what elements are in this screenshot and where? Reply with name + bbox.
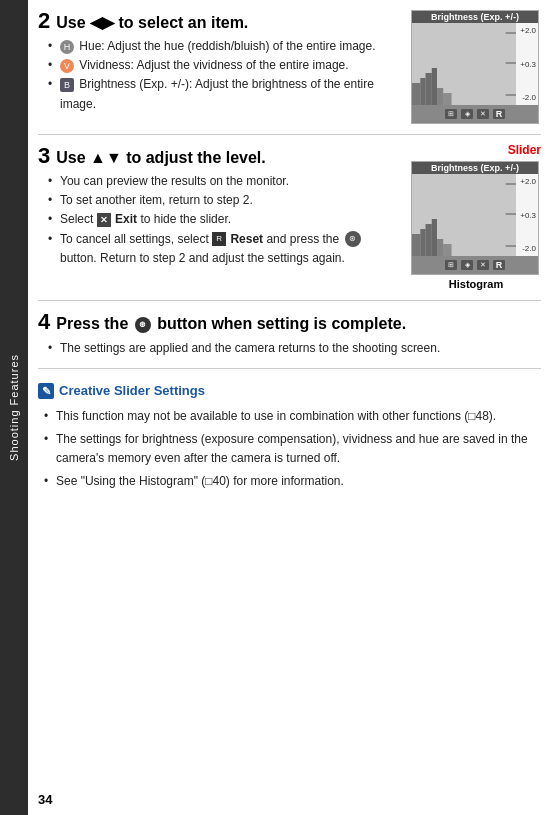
bullet-4-1: The settings are applied and the camera … bbox=[48, 339, 541, 358]
main-content: 2 Use ◀▶ to select an item. H Hue: Adjus… bbox=[28, 0, 555, 815]
note-bullet-2-text: The settings for brightness (exposure co… bbox=[56, 432, 528, 465]
section-2: 2 Use ◀▶ to select an item. H Hue: Adjus… bbox=[38, 10, 541, 135]
svg-rect-3 bbox=[426, 73, 432, 105]
chart-footer-icon-2: ◈ bbox=[461, 109, 473, 119]
chart-2-scale: +2.0 +0.3 -2.0 bbox=[516, 23, 538, 105]
section-3-chart-wrapper: Brightness (Exp. +/-) bbox=[411, 161, 541, 290]
chart3-footer-icon-4: R bbox=[493, 260, 505, 270]
bullet-3-4-text: To cancel all settings, select R Reset a… bbox=[60, 232, 363, 265]
scale-3-top: +2.0 bbox=[518, 177, 536, 186]
note-bullets: This function may not be available to us… bbox=[38, 407, 541, 492]
scale-2-bot: -2.0 bbox=[518, 93, 536, 102]
note-icon: ✎ bbox=[38, 383, 54, 399]
chart-3-svg bbox=[412, 174, 516, 256]
svg-rect-12 bbox=[420, 229, 425, 256]
note-section: ✎ Creative Slider Settings This function… bbox=[38, 381, 541, 491]
svg-rect-5 bbox=[437, 88, 443, 105]
bullet-3-1-text: You can preview the results on the monit… bbox=[60, 174, 289, 188]
note-title: Creative Slider Settings bbox=[59, 381, 205, 401]
bullet-3-2-text: To set another item, return to step 2. bbox=[60, 193, 253, 207]
note-header: ✎ Creative Slider Settings bbox=[38, 381, 541, 401]
svg-rect-4 bbox=[432, 68, 437, 105]
note-bullet-1: This function may not be available to us… bbox=[44, 407, 541, 426]
svg-rect-1 bbox=[412, 83, 420, 105]
step-4-number: 4 bbox=[38, 311, 50, 333]
reset-icon: R bbox=[212, 232, 226, 246]
page-number: 34 bbox=[38, 792, 52, 807]
reset-bold: Reset bbox=[230, 232, 263, 246]
svg-rect-14 bbox=[432, 219, 437, 256]
step-3-heading: 3 Use ▲▼ to adjust the level. bbox=[38, 145, 401, 167]
step-2-number: 2 bbox=[38, 10, 50, 32]
step-2-bullets: H Hue: Adjust the hue (reddish/bluish) o… bbox=[38, 37, 401, 114]
bullet-3-2: To set another item, return to step 2. bbox=[48, 191, 401, 210]
chart-footer-icon-3: ✕ bbox=[477, 109, 489, 119]
step-3-bullets: You can preview the results on the monit… bbox=[38, 172, 401, 268]
bullet-brightness-text: Brightness (Exp. +/-): Adjust the bright… bbox=[60, 77, 374, 110]
chart3-footer-icon-1: ⊞ bbox=[445, 260, 457, 270]
chart-footer-icon-4: R bbox=[493, 109, 505, 119]
bullet-4-1-text: The settings are applied and the camera … bbox=[60, 341, 440, 355]
chart-3-title: Brightness (Exp. +/-) bbox=[412, 162, 538, 174]
chart3-footer-icon-3: ✕ bbox=[477, 260, 489, 270]
scale-2-top: +2.0 bbox=[518, 26, 536, 35]
step-4-heading: 4 Press the ⊛ button when setting is com… bbox=[38, 311, 541, 333]
chart-2-graph bbox=[412, 23, 516, 105]
section-4: 4 Press the ⊛ button when setting is com… bbox=[38, 311, 541, 369]
note-bullet-3: See "Using the Histogram" (□40) for more… bbox=[44, 472, 541, 491]
scale-3-mid: +0.3 bbox=[518, 211, 536, 220]
chart-footer-icon-1: ⊞ bbox=[445, 109, 457, 119]
section-2-chart: Brightness (Exp. +/-) bbox=[411, 10, 539, 124]
step-3-title: Use ▲▼ to adjust the level. bbox=[56, 149, 266, 167]
note-bullet-3-text: See "Using the Histogram" (□40) for more… bbox=[56, 474, 344, 488]
chart-2-title: Brightness (Exp. +/-) bbox=[412, 11, 538, 23]
scale-3-bot: -2.0 bbox=[518, 244, 536, 253]
bullet-vividness: V Vividness: Adjust the vividness of the… bbox=[48, 56, 401, 75]
svg-rect-6 bbox=[443, 93, 451, 105]
scale-2-mid: +0.3 bbox=[518, 60, 536, 69]
bullet-3-1: You can preview the results on the monit… bbox=[48, 172, 401, 191]
section-3-left: 3 Use ▲▼ to adjust the level. You can pr… bbox=[38, 145, 411, 268]
chart-3-graph bbox=[412, 174, 516, 256]
hue-icon: H bbox=[60, 40, 74, 54]
chart-3-body: +2.0 +0.3 -2.0 bbox=[412, 174, 538, 256]
slider-label: Slider bbox=[508, 143, 541, 157]
bullet-3-3-text: Select ✕ Exit to hide the slider. bbox=[60, 212, 231, 226]
histogram-label: Histogram bbox=[411, 278, 541, 290]
note-bullet-1-text: This function may not be available to us… bbox=[56, 409, 496, 423]
exit-bold: Exit bbox=[115, 212, 137, 226]
svg-rect-2 bbox=[420, 78, 425, 105]
step-3-arrow: ▲▼ bbox=[90, 149, 122, 166]
chart-2-histogram-svg bbox=[412, 23, 516, 105]
svg-rect-16 bbox=[443, 244, 451, 256]
bullet-brightness: B Brightness (Exp. +/-): Adjust the brig… bbox=[48, 75, 401, 113]
sidebar-label: Shooting Features bbox=[8, 354, 20, 461]
brightness-icon: B bbox=[60, 78, 74, 92]
sidebar: Shooting Features bbox=[0, 0, 28, 815]
svg-rect-13 bbox=[426, 224, 432, 256]
step-2-heading: 2 Use ◀▶ to select an item. bbox=[38, 10, 401, 32]
section-3-chart: Brightness (Exp. +/-) bbox=[411, 161, 539, 275]
chart-3-scale: +2.0 +0.3 -2.0 bbox=[516, 174, 538, 256]
section-3-right: Slider Brightness (Exp. +/-) bbox=[411, 145, 541, 290]
section-3: 3 Use ▲▼ to adjust the level. You can pr… bbox=[38, 145, 541, 301]
step-2-arrow: ◀▶ bbox=[90, 14, 114, 31]
note-bullet-2: The settings for brightness (exposure co… bbox=[44, 430, 541, 468]
set-button-icon: ⊛ bbox=[345, 231, 361, 247]
chart-2-footer: ⊞ ◈ ✕ R bbox=[412, 105, 538, 123]
bullet-hue: H Hue: Adjust the hue (reddish/bluish) o… bbox=[48, 37, 401, 56]
section-2-chart-container: Brightness (Exp. +/-) bbox=[411, 10, 541, 124]
chart-2-body: +2.0 +0.3 -2.0 bbox=[412, 23, 538, 105]
chart-3-footer: ⊞ ◈ ✕ R bbox=[412, 256, 538, 274]
step-3-number: 3 bbox=[38, 145, 50, 167]
bullet-3-4: To cancel all settings, select R Reset a… bbox=[48, 230, 401, 268]
step-2-title: Use ◀▶ to select an item. bbox=[56, 13, 248, 32]
exit-icon: ✕ bbox=[97, 213, 111, 227]
bullet-3-3: Select ✕ Exit to hide the slider. bbox=[48, 210, 401, 229]
set-btn-4: ⊛ bbox=[135, 317, 151, 333]
step-4-title: Press the ⊛ button when setting is compl… bbox=[56, 315, 406, 333]
svg-rect-11 bbox=[412, 234, 420, 256]
vividness-icon: V bbox=[60, 59, 74, 73]
svg-rect-15 bbox=[437, 239, 443, 256]
bullet-hue-text: Hue: Adjust the hue (reddish/bluish) of … bbox=[79, 39, 375, 53]
